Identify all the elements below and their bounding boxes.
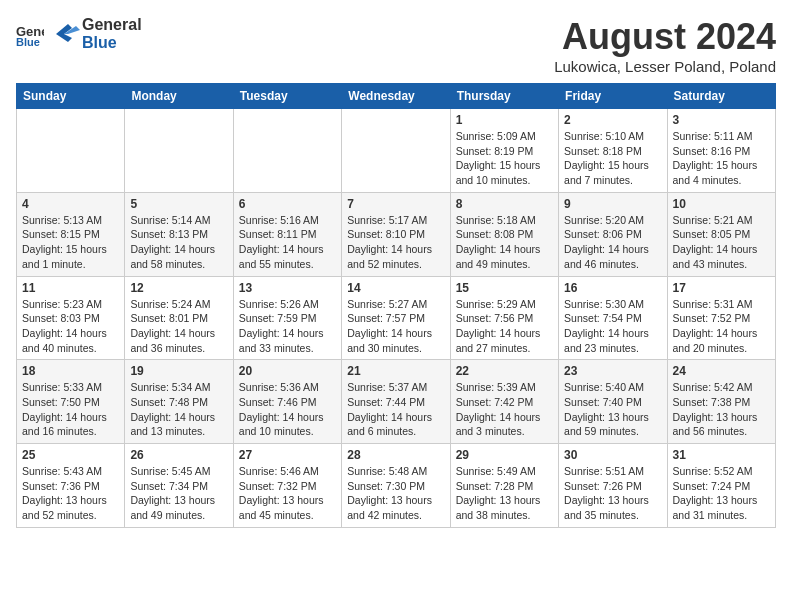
day-number: 6 [239,197,336,211]
calendar-cell: 20Sunrise: 5:36 AM Sunset: 7:46 PM Dayli… [233,360,341,444]
calendar-week-row: 18Sunrise: 5:33 AM Sunset: 7:50 PM Dayli… [17,360,776,444]
day-info: Sunrise: 5:52 AM Sunset: 7:24 PM Dayligh… [673,464,770,523]
day-number: 15 [456,281,553,295]
location-text: Lukowica, Lesser Poland, Poland [554,58,776,75]
day-info: Sunrise: 5:24 AM Sunset: 8:01 PM Dayligh… [130,297,227,356]
weekday-header-row: SundayMondayTuesdayWednesdayThursdayFrid… [17,84,776,109]
day-number: 24 [673,364,770,378]
calendar-cell: 9Sunrise: 5:20 AM Sunset: 8:06 PM Daylig… [559,192,667,276]
calendar-cell: 13Sunrise: 5:26 AM Sunset: 7:59 PM Dayli… [233,276,341,360]
day-number: 25 [22,448,119,462]
day-info: Sunrise: 5:10 AM Sunset: 8:18 PM Dayligh… [564,129,661,188]
calendar-cell: 26Sunrise: 5:45 AM Sunset: 7:34 PM Dayli… [125,444,233,528]
day-info: Sunrise: 5:51 AM Sunset: 7:26 PM Dayligh… [564,464,661,523]
day-number: 10 [673,197,770,211]
day-number: 12 [130,281,227,295]
day-number: 3 [673,113,770,127]
logo-general-text: General [82,16,142,33]
day-number: 27 [239,448,336,462]
logo-icon: General Blue [16,22,44,46]
calendar-cell: 31Sunrise: 5:52 AM Sunset: 7:24 PM Dayli… [667,444,775,528]
page-header: General Blue General Blue August 2024 Lu… [16,16,776,75]
calendar-cell: 30Sunrise: 5:51 AM Sunset: 7:26 PM Dayli… [559,444,667,528]
day-number: 28 [347,448,444,462]
day-number: 1 [456,113,553,127]
day-number: 29 [456,448,553,462]
calendar-cell: 23Sunrise: 5:40 AM Sunset: 7:40 PM Dayli… [559,360,667,444]
day-info: Sunrise: 5:13 AM Sunset: 8:15 PM Dayligh… [22,213,119,272]
weekday-header-sunday: Sunday [17,84,125,109]
calendar-cell: 4Sunrise: 5:13 AM Sunset: 8:15 PM Daylig… [17,192,125,276]
day-number: 26 [130,448,227,462]
calendar-cell: 3Sunrise: 5:11 AM Sunset: 8:16 PM Daylig… [667,109,775,193]
logo: General Blue General Blue [16,16,142,52]
day-info: Sunrise: 5:17 AM Sunset: 8:10 PM Dayligh… [347,213,444,272]
day-number: 17 [673,281,770,295]
weekday-header-wednesday: Wednesday [342,84,450,109]
day-number: 31 [673,448,770,462]
day-number: 5 [130,197,227,211]
day-number: 13 [239,281,336,295]
day-info: Sunrise: 5:16 AM Sunset: 8:11 PM Dayligh… [239,213,336,272]
weekday-header-monday: Monday [125,84,233,109]
calendar-cell: 2Sunrise: 5:10 AM Sunset: 8:18 PM Daylig… [559,109,667,193]
day-number: 22 [456,364,553,378]
calendar-cell: 16Sunrise: 5:30 AM Sunset: 7:54 PM Dayli… [559,276,667,360]
weekday-header-saturday: Saturday [667,84,775,109]
calendar-cell [233,109,341,193]
calendar-cell [17,109,125,193]
logo-bird-icon [48,20,80,48]
day-number: 7 [347,197,444,211]
calendar-cell: 14Sunrise: 5:27 AM Sunset: 7:57 PM Dayli… [342,276,450,360]
day-info: Sunrise: 5:34 AM Sunset: 7:48 PM Dayligh… [130,380,227,439]
day-info: Sunrise: 5:43 AM Sunset: 7:36 PM Dayligh… [22,464,119,523]
calendar-cell: 6Sunrise: 5:16 AM Sunset: 8:11 PM Daylig… [233,192,341,276]
day-info: Sunrise: 5:26 AM Sunset: 7:59 PM Dayligh… [239,297,336,356]
calendar-week-row: 1Sunrise: 5:09 AM Sunset: 8:19 PM Daylig… [17,109,776,193]
calendar-cell: 5Sunrise: 5:14 AM Sunset: 8:13 PM Daylig… [125,192,233,276]
day-info: Sunrise: 5:11 AM Sunset: 8:16 PM Dayligh… [673,129,770,188]
day-info: Sunrise: 5:40 AM Sunset: 7:40 PM Dayligh… [564,380,661,439]
calendar-cell: 12Sunrise: 5:24 AM Sunset: 8:01 PM Dayli… [125,276,233,360]
svg-text:Blue: Blue [16,36,40,46]
day-info: Sunrise: 5:18 AM Sunset: 8:08 PM Dayligh… [456,213,553,272]
day-info: Sunrise: 5:21 AM Sunset: 8:05 PM Dayligh… [673,213,770,272]
day-number: 11 [22,281,119,295]
calendar-cell: 19Sunrise: 5:34 AM Sunset: 7:48 PM Dayli… [125,360,233,444]
day-number: 19 [130,364,227,378]
weekday-header-friday: Friday [559,84,667,109]
weekday-header-thursday: Thursday [450,84,558,109]
day-info: Sunrise: 5:30 AM Sunset: 7:54 PM Dayligh… [564,297,661,356]
day-info: Sunrise: 5:39 AM Sunset: 7:42 PM Dayligh… [456,380,553,439]
calendar-cell: 15Sunrise: 5:29 AM Sunset: 7:56 PM Dayli… [450,276,558,360]
calendar-cell: 21Sunrise: 5:37 AM Sunset: 7:44 PM Dayli… [342,360,450,444]
day-info: Sunrise: 5:31 AM Sunset: 7:52 PM Dayligh… [673,297,770,356]
calendar-cell [125,109,233,193]
day-number: 14 [347,281,444,295]
calendar-table: SundayMondayTuesdayWednesdayThursdayFrid… [16,83,776,528]
calendar-cell: 25Sunrise: 5:43 AM Sunset: 7:36 PM Dayli… [17,444,125,528]
day-info: Sunrise: 5:46 AM Sunset: 7:32 PM Dayligh… [239,464,336,523]
day-info: Sunrise: 5:20 AM Sunset: 8:06 PM Dayligh… [564,213,661,272]
logo-blue-text: Blue [82,34,117,51]
day-number: 18 [22,364,119,378]
day-number: 21 [347,364,444,378]
calendar-cell: 22Sunrise: 5:39 AM Sunset: 7:42 PM Dayli… [450,360,558,444]
calendar-cell: 29Sunrise: 5:49 AM Sunset: 7:28 PM Dayli… [450,444,558,528]
calendar-week-row: 25Sunrise: 5:43 AM Sunset: 7:36 PM Dayli… [17,444,776,528]
day-number: 8 [456,197,553,211]
day-number: 2 [564,113,661,127]
calendar-cell: 10Sunrise: 5:21 AM Sunset: 8:05 PM Dayli… [667,192,775,276]
day-number: 4 [22,197,119,211]
calendar-cell [342,109,450,193]
day-info: Sunrise: 5:48 AM Sunset: 7:30 PM Dayligh… [347,464,444,523]
day-number: 9 [564,197,661,211]
day-info: Sunrise: 5:37 AM Sunset: 7:44 PM Dayligh… [347,380,444,439]
calendar-cell: 18Sunrise: 5:33 AM Sunset: 7:50 PM Dayli… [17,360,125,444]
day-info: Sunrise: 5:14 AM Sunset: 8:13 PM Dayligh… [130,213,227,272]
month-title: August 2024 [554,16,776,58]
day-info: Sunrise: 5:36 AM Sunset: 7:46 PM Dayligh… [239,380,336,439]
calendar-week-row: 11Sunrise: 5:23 AM Sunset: 8:03 PM Dayli… [17,276,776,360]
day-number: 30 [564,448,661,462]
day-info: Sunrise: 5:09 AM Sunset: 8:19 PM Dayligh… [456,129,553,188]
